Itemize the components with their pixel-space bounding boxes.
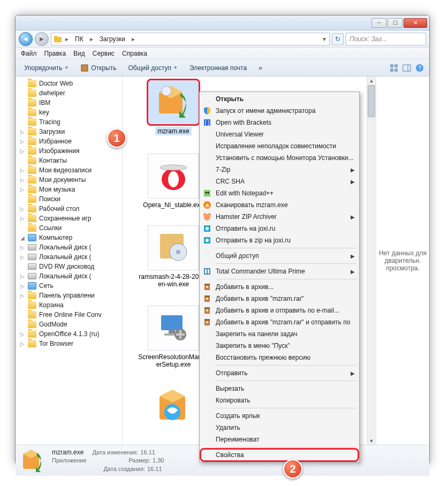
vertical-scrollbar[interactable]: ▲ ▼ (367, 77, 376, 445)
scroll-up-icon[interactable]: ▲ (367, 77, 376, 85)
tree-item[interactable]: ▷Мои видеозаписи (16, 165, 122, 175)
context-menu-item[interactable]: Свойства (201, 449, 358, 461)
tree-item[interactable]: ▷Локальный диск ( (16, 271, 122, 281)
context-menu-item[interactable]: Закрепить в меню "Пуск" (201, 340, 358, 352)
context-menu-item[interactable]: CRC SHA▶ (201, 176, 358, 187)
tree-item[interactable]: ◢Компьютер (16, 233, 122, 242)
tree-item[interactable]: dwhelper (16, 88, 122, 98)
context-menu-item[interactable]: Открыть (201, 93, 358, 105)
tree-item[interactable]: Free Online File Conv (16, 310, 122, 320)
context-menu-item[interactable]: Вырезать (201, 383, 358, 394)
scroll-down-icon[interactable]: ▼ (367, 437, 376, 445)
tree-item[interactable]: IBM (16, 98, 122, 108)
context-menu-item[interactable]: Total Commander Ultima Prime▶ (201, 265, 358, 277)
tree-item[interactable]: ▷Загрузки (16, 127, 122, 136)
tree-item[interactable]: ▷Изображения (16, 146, 122, 156)
expand-icon[interactable]: ▷ (20, 254, 25, 260)
context-menu-item[interactable]: Отправить в zip на joxi.ru (201, 234, 358, 246)
expand-icon[interactable]: ▷ (20, 331, 25, 337)
refresh-button[interactable]: ↻ (332, 33, 344, 45)
context-menu-item[interactable]: Восстановить прежнюю версию (201, 352, 358, 363)
expand-icon[interactable]: ▷ (20, 245, 25, 250)
menu-help[interactable]: Справка (122, 50, 147, 57)
expand-icon[interactable]: ▷ (20, 274, 25, 279)
expand-icon[interactable]: ▷ (20, 129, 25, 135)
tree-item[interactable]: ▷Избранное (16, 136, 122, 146)
organize-button[interactable]: Упорядочить▼ (21, 63, 72, 73)
tree-item[interactable]: ▷OpenOffice 4.1.3 (ru) (16, 329, 122, 339)
open-button[interactable]: Открыть (77, 62, 119, 74)
preview-pane-icon[interactable] (403, 64, 411, 72)
tree-item[interactable]: key (16, 108, 122, 117)
context-menu-item[interactable]: Запуск от имени администратора (201, 105, 358, 117)
context-menu-item[interactable]: Добавить в архив "mzram.rar" (201, 293, 358, 305)
context-menu-item[interactable]: 7-Zip▶ (201, 164, 358, 176)
back-button[interactable]: ◄ (19, 32, 33, 46)
context-menu-item[interactable]: Копировать (201, 394, 358, 406)
tree-item[interactable]: ▷Tor Browser (16, 339, 122, 348)
tree-item[interactable]: GodMode (16, 320, 122, 329)
tree-item[interactable]: ▷Сеть (16, 281, 122, 291)
context-menu-item[interactable]: Закрепить на панели задач (201, 328, 358, 340)
tree-item[interactable]: Doctor Web (16, 79, 122, 88)
expand-icon[interactable]: ▷ (20, 293, 25, 299)
share-button[interactable]: Общий доступ▼ (125, 63, 181, 73)
search-input[interactable]: Поиск: Заг... (346, 33, 426, 45)
tree-item[interactable]: Контакты (16, 156, 122, 165)
nav-tree[interactable]: Doctor WebdwhelperIBMkeyTracing▷Загрузки… (16, 77, 123, 445)
crumb-downloads[interactable]: Загрузки (96, 35, 128, 43)
context-menu-item[interactable]: Удалить (201, 422, 358, 434)
context-menu-item[interactable]: Создать ярлык (201, 410, 358, 422)
breadcrumb-bar[interactable]: ▸ ПК ▸ Загрузки ▸ ▾ (51, 33, 330, 45)
expand-icon[interactable]: ▷ (20, 206, 25, 212)
context-menu-item[interactable]: Universal Viewer (201, 128, 358, 140)
dropdown-icon[interactable]: ▾ (322, 35, 327, 43)
menu-tools[interactable]: Сервис (93, 50, 115, 57)
context-menu-item[interactable]: Добавить в архив... (201, 281, 358, 293)
menu-file[interactable]: Файл (21, 50, 37, 57)
tree-item[interactable]: DVD RW дисковод (16, 262, 122, 271)
expand-icon[interactable]: ▷ (20, 216, 25, 222)
context-menu-item[interactable]: Edit with Notepad++ (201, 187, 358, 199)
context-menu-item[interactable]: Добавить в архив "mzram.rar" и отправить… (201, 316, 358, 328)
context-menu-item[interactable]: Добавить в архив и отправить по e-mail..… (201, 305, 358, 316)
expand-icon[interactable]: ▷ (20, 168, 25, 173)
tree-item[interactable]: ▷Локальный диск ( (16, 252, 122, 262)
expand-icon[interactable]: ◢ (20, 235, 25, 241)
menu-view[interactable]: Вид (73, 50, 85, 57)
context-menu-item[interactable]: Общий доступ▶ (201, 250, 358, 262)
tree-item[interactable]: ▷Сохраненные игр (16, 214, 122, 223)
expand-icon[interactable]: ▷ (20, 283, 25, 289)
tree-item[interactable]: ▷Рабочий стол (16, 204, 122, 214)
context-menu-item[interactable]: Hamster ZIP Archiver▶ (201, 211, 358, 223)
email-button[interactable]: Электронная почта (186, 63, 250, 73)
context-menu-item[interactable]: Исправление неполадок совместимости (201, 140, 358, 152)
tree-item[interactable]: ▷Мои документы (16, 175, 122, 185)
crumb-pc[interactable]: ПК (72, 35, 87, 43)
context-menu-item[interactable]: Установить с помощью Монитора Установки.… (201, 152, 358, 164)
context-menu-item[interactable]: Переименоват (201, 434, 358, 445)
forward-button[interactable]: ► (35, 32, 49, 46)
close-button[interactable]: ✕ (404, 18, 427, 28)
tree-item[interactable]: Tracing (16, 117, 122, 127)
tree-item[interactable]: ▷Моя музыка (16, 185, 122, 194)
tree-item[interactable]: ▷Локальный диск ( (16, 242, 122, 252)
context-menu-item[interactable]: aСканировать mzram.exe (201, 199, 358, 211)
tree-item[interactable]: Поиски (16, 194, 122, 204)
tree-item[interactable]: ▷Панель управлени (16, 291, 122, 300)
expand-icon[interactable]: ▷ (20, 177, 25, 183)
tree-item[interactable]: Корзина (16, 300, 122, 310)
expand-icon[interactable]: ▷ (20, 341, 25, 347)
help-icon[interactable]: ? (415, 64, 424, 72)
expand-icon[interactable]: ▷ (20, 187, 25, 193)
maximize-button[interactable]: ☐ (388, 18, 403, 28)
tree-item[interactable]: Ссылки (16, 223, 122, 233)
menu-edit[interactable]: Правка (44, 50, 66, 57)
expand-icon[interactable]: ▷ (20, 139, 25, 145)
scroll-thumb[interactable] (368, 85, 375, 117)
expand-icon[interactable]: ▷ (20, 148, 25, 154)
minimize-button[interactable]: ─ (371, 18, 386, 28)
view-options-icon[interactable] (390, 64, 398, 72)
context-menu-item[interactable]: Отправить▶ (201, 367, 358, 379)
context-menu-item[interactable]: [ ]Open with Brackets (201, 117, 358, 128)
